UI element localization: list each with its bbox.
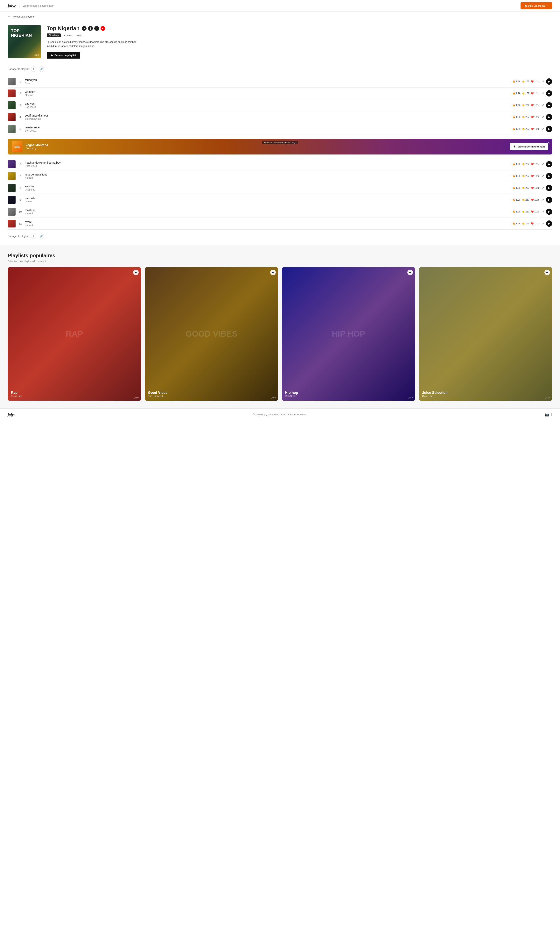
facebook-share-button[interactable]: f — [31, 66, 36, 72]
footer-logo[interactable]: jaiye — [8, 413, 15, 417]
track-row: 8 sans toi Gaspardy 🔥 1.9k 👏 257 ❤️ 1.2k… — [8, 182, 552, 194]
track-artist: Stéphane Akam — [25, 117, 510, 120]
track-name: gae yen — [25, 102, 510, 105]
track-actions: ↗ ▶ — [542, 220, 552, 227]
share-track-button[interactable]: ↗ — [542, 198, 544, 202]
track-artist: Ben Decca — [25, 130, 510, 132]
playlist-card[interactable]: ▶ Juice Selection Cloud Rap jaiye — [419, 267, 552, 401]
card-background: ▶ Juice Selection Cloud Rap jaiye — [419, 267, 552, 401]
playlist-card[interactable]: GOOD VIBES ▶ Good Vibes Afro Dancehall j… — [145, 267, 278, 401]
footer-copyright: © Jaiye Enjoy Good Music SAS, All Rights… — [253, 413, 307, 416]
card-play-button[interactable]: ▶ — [133, 270, 138, 275]
youtube-icon[interactable]: ▶ — [100, 26, 105, 31]
track-stats: 🔥 1.9k 👏 257 ❤️ 1.2k — [512, 222, 539, 225]
heart-stat: ❤️ 1.2k — [531, 187, 539, 189]
back-arrow-icon[interactable]: ← — [8, 15, 11, 18]
track-number: 5 — [18, 128, 22, 131]
share-track-button[interactable]: ↗ — [542, 80, 544, 83]
track-row: 3 gae yen Soft Touch 🔥 1.9k 👏 257 ❤️ 1.2… — [8, 99, 552, 111]
share-track-button[interactable]: ↗ — [542, 115, 544, 119]
promo-download-button[interactable]: ⬇ Télécharger maintenant — [510, 143, 548, 150]
card-info: Rap Cloud Rap — [11, 391, 22, 398]
card-name: Rap — [11, 391, 22, 395]
track-row: 2 womboh Mbassa 🔥 1.9k 👏 257 ❤️ 1.2k ↗ ▶ — [8, 88, 552, 99]
play-track-button[interactable]: ▶ — [546, 90, 552, 97]
spotify-icon[interactable]: ● — [82, 26, 86, 31]
share-track-button[interactable]: ↗ — [542, 127, 544, 131]
track-thumbnail — [8, 89, 15, 97]
play-track-button[interactable]: ▶ — [546, 220, 552, 227]
track-number: 4 — [18, 116, 22, 119]
play-track-button[interactable]: ▶ — [546, 208, 552, 215]
track-thumbnail — [8, 208, 15, 216]
play-track-button[interactable]: ▶ — [546, 126, 552, 132]
facebook-icon[interactable]: f — [551, 413, 552, 417]
play-track-button[interactable]: ▶ — [546, 185, 552, 191]
card-play-button[interactable]: ▶ — [270, 270, 276, 275]
link-share-button-bottom[interactable]: 🔗 — [39, 233, 44, 239]
share-track-button[interactable]: ↗ — [542, 174, 544, 178]
soundcloud-icon[interactable]: ▐ — [88, 26, 93, 31]
playlist-title: Top Nigerian — [47, 25, 80, 31]
fire-stat: 🔥 1.9k — [512, 92, 520, 95]
card-play-button[interactable]: ▶ — [408, 270, 413, 275]
track-info: je te donnerai tout Kameni — [25, 173, 510, 179]
artist-button[interactable]: Je suis un artiste → — [520, 2, 552, 9]
link-share-button[interactable]: 🔗 — [39, 66, 44, 72]
track-thumbnail — [8, 125, 15, 133]
track-actions: ↗ ▶ — [542, 90, 552, 97]
play-track-button[interactable]: ▶ — [546, 102, 552, 108]
track-stats: 🔥 1.9k 👏 257 ❤️ 1.2k — [512, 163, 539, 166]
track-artist: Kameni — [25, 176, 510, 179]
playlist-description: Lorem ipsum dolor sit amet, consectetur … — [47, 40, 144, 48]
card-logo: jaiye — [135, 396, 138, 399]
promo-thumbnail: VegasMontana — [12, 141, 22, 152]
heart-stat: ❤️ 1.2k — [531, 116, 539, 119]
track-artist: Rose Black — [25, 165, 510, 167]
share-row-top: Partager la playlist f 🔗 — [0, 65, 560, 76]
share-track-button[interactable]: ↗ — [542, 103, 544, 107]
play-playlist-button[interactable]: ▶ Écouter la playlist — [47, 52, 80, 59]
share-track-button[interactable]: ↗ — [542, 222, 544, 225]
play-track-button[interactable]: ▶ — [546, 114, 552, 120]
card-play-button[interactable]: ▶ — [545, 270, 550, 275]
play-track-button[interactable]: ▶ — [546, 161, 552, 167]
track-name: je te donnerai tout — [25, 173, 510, 176]
breadcrumb-label[interactable]: Retour aux playlists — [12, 15, 34, 18]
card-background: RAP ▶ Rap Cloud Rap jaiye — [8, 267, 141, 401]
play-track-button[interactable]: ▶ — [546, 173, 552, 179]
play-track-button[interactable]: ▶ — [546, 79, 552, 85]
promo-close-button[interactable]: ✕ — [548, 141, 550, 145]
clap-stat: 👏 257 — [522, 92, 529, 95]
track-name: mash-up — [25, 208, 510, 212]
track-name: womboh — [25, 90, 510, 93]
promo-badge: Nouveau titre seulement sur Jaiye — [262, 141, 298, 144]
track-thumbnail — [8, 101, 15, 109]
share-track-button[interactable]: ↗ — [542, 210, 544, 213]
instagram-icon[interactable]: 📷 — [545, 413, 549, 417]
clap-stat: 👏 257 — [522, 187, 529, 189]
playlist-card[interactable]: RAP ▶ Rap Cloud Rap jaiye — [8, 267, 141, 401]
apple-music-icon[interactable]: ♪ — [94, 26, 99, 31]
platform-icons: ● ▐ ♪ ▶ — [82, 26, 105, 31]
facebook-share-button-bottom[interactable]: f — [31, 233, 36, 239]
card-info: Juice Selection Cloud Rap — [422, 391, 448, 398]
header-divider — [19, 4, 20, 8]
playlist-info: Top Nigerian ● ▐ ♪ ▶ Cloud rap 32 titres… — [47, 25, 552, 59]
logo[interactable]: jaiye — [8, 3, 16, 8]
track-number: 9 — [18, 198, 22, 201]
share-track-button[interactable]: ↗ — [542, 91, 544, 95]
playlist-card[interactable]: HIP HOP ▶ Hip hop RnB Souls jaiye — [282, 267, 415, 401]
fire-stat: 🔥 1.9k — [512, 116, 520, 119]
card-logo: jaiye — [272, 396, 276, 399]
share-track-button[interactable]: ↗ — [542, 186, 544, 190]
track-stats: 🔥 1.9k 👏 257 ❤️ 1.2k — [512, 187, 539, 189]
footer: jaiye © Jaiye Enjoy Good Music SAS, All … — [0, 409, 560, 421]
play-track-button[interactable]: ▶ — [546, 197, 552, 203]
share-track-button[interactable]: ↗ — [542, 162, 544, 166]
genre-tag[interactable]: Cloud rap — [47, 34, 61, 37]
heart-stat: ❤️ 1.2k — [531, 92, 539, 95]
track-number: 11 — [18, 222, 22, 225]
track-row: 1 found you Dina 🔥 1.9k 👏 257 ❤️ 1.2k ↗ … — [8, 76, 552, 88]
breadcrumb[interactable]: ← Retour aux playlists — [0, 12, 560, 22]
